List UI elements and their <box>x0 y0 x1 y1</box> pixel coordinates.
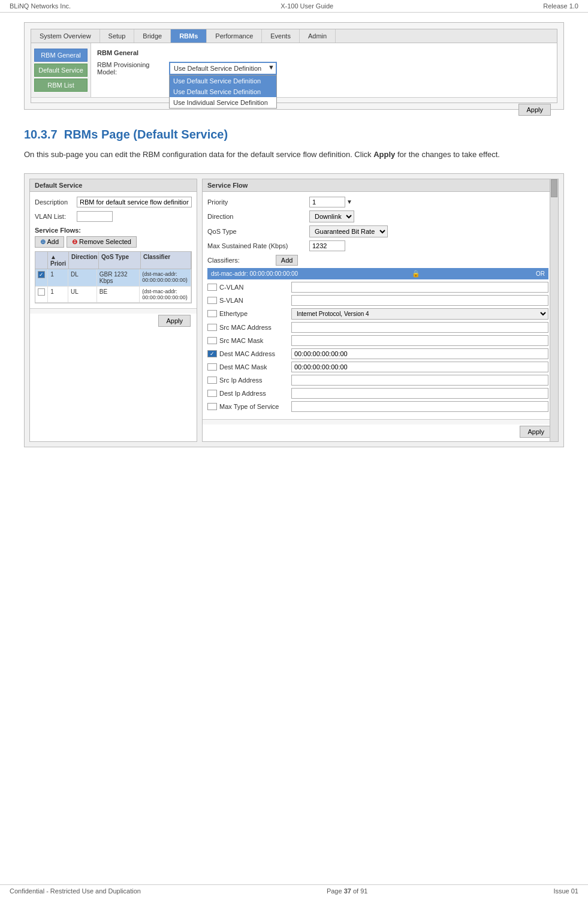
right-panel-title: Service Flow <box>203 179 558 192</box>
qos-type-select[interactable]: Guaranteed Bit Rate Best Effort <box>309 225 388 237</box>
priority-arrow[interactable]: ▼ <box>346 198 352 205</box>
nav-performance[interactable]: Performance <box>207 29 262 43</box>
ethertype-select[interactable]: Internet Protocol, Version 4 <box>291 308 548 320</box>
service-flows-table: ▲ Priori Direction QoS Type Classifier ✓… <box>35 251 192 303</box>
ui-box1: RBM General Default Service RBM List RBM… <box>31 43 557 103</box>
issue-label: Issue 01 <box>553 887 578 895</box>
cvlan-checkbox[interactable] <box>207 284 217 291</box>
dest-mac-input[interactable] <box>291 348 548 359</box>
vlan-input[interactable] <box>77 211 113 222</box>
table-row[interactable]: 1 UL BE (dst-mac-addr:00:00:00:00:00:00) <box>35 287 191 303</box>
left-panel-footer: Apply <box>30 308 197 314</box>
page-header: BLiNQ Networks Inc. X-100 User Guide Rel… <box>0 0 588 13</box>
sidebar-default-service[interactable]: Default Service <box>34 64 88 77</box>
svlan-checkbox[interactable] <box>207 297 217 304</box>
rbm-provisioning-row: RBM Provisioning Model: Use Default Serv… <box>97 61 551 76</box>
max-tos-input[interactable] <box>291 401 548 412</box>
src-mac-checkbox[interactable] <box>207 324 217 331</box>
service-flows-label: Service Flows: <box>35 227 192 234</box>
src-mac-mask-input[interactable] <box>291 335 548 346</box>
service-flows-buttons: ⊕ Add ⊖ Remove Selected <box>35 236 192 248</box>
minus-icon: ⊖ <box>72 238 77 245</box>
src-mac-input[interactable] <box>291 322 548 333</box>
right-panel: Service Flow Priority ▼ Direction Downli… <box>202 179 559 442</box>
priority-label: Priority <box>207 198 309 206</box>
max-rate-input[interactable] <box>309 240 345 251</box>
svlan-input[interactable] <box>291 295 548 306</box>
table-row[interactable]: ✓ 1 DL GBR 1232Kbps (dst-mac-addr:00:00:… <box>35 269 191 287</box>
dropdown-container: Use Default Service Definition ▼ Use Def… <box>169 62 277 75</box>
priority-input[interactable] <box>309 197 345 207</box>
ethertype-checkbox[interactable] <box>207 310 217 317</box>
svlan-label: S-VLAN <box>219 297 291 304</box>
right-panel-footer: Apply <box>203 419 558 425</box>
description-input[interactable] <box>77 197 192 207</box>
ethertype-row: Ethertype Internet Protocol, Version 4 <box>207 308 548 320</box>
dropdown-option-1[interactable]: Use Default Service Definition <box>170 76 276 86</box>
src-ip-input[interactable] <box>291 375 548 386</box>
dest-mac-checkbox[interactable]: ✓ <box>207 350 217 357</box>
qos-type-label: QoS Type <box>207 228 309 235</box>
add-flow-button[interactable]: ⊕ Add <box>35 236 64 248</box>
nav-setup[interactable]: Setup <box>100 29 135 43</box>
scrollbar-thumb[interactable] <box>551 179 557 197</box>
checkbox-2[interactable] <box>38 288 45 296</box>
row2-check[interactable] <box>35 287 48 302</box>
priority-row: Priority ▼ <box>207 197 548 207</box>
or-label: OR <box>536 270 545 277</box>
dropdown-option-2[interactable]: Use Default Service Definition <box>170 86 276 97</box>
dropdown-option-3[interactable]: Use Individual Service Definition <box>170 97 276 108</box>
dest-mac-row: ✓ Dest MAC Address <box>207 348 548 359</box>
src-mac-mask-row: Src MAC Mask <box>207 335 548 346</box>
sidebar-rbm-general[interactable]: RBM General <box>34 49 88 62</box>
src-ip-checkbox[interactable] <box>207 377 217 384</box>
src-mac-mask-label: Src MAC Mask <box>219 337 291 344</box>
row2-priority: 1 <box>48 287 68 302</box>
dest-ip-input[interactable] <box>291 388 548 399</box>
page-number: Page 37 of 91 <box>327 887 368 895</box>
apply-button-1[interactable]: Apply <box>518 104 551 116</box>
direction-select[interactable]: Downlink Uplink <box>309 210 354 222</box>
screenshot2-container: Default Service Description VLAN List: S… <box>24 173 564 447</box>
section-heading: 10.3.7 RBMs Page (Default Service) <box>24 128 564 142</box>
left-panel-body: Description VLAN List: Service Flows: ⊕ … <box>30 192 197 308</box>
cvlan-input[interactable] <box>291 282 548 293</box>
sidebar-rbm-list[interactable]: RBM List <box>34 79 88 92</box>
nav-events[interactable]: Events <box>262 29 300 43</box>
max-tos-row: Max Type of Service <box>207 401 548 412</box>
row2-direction: UL <box>68 287 97 302</box>
lock-icon: 🔒 <box>412 270 420 278</box>
apply-button-right[interactable]: Apply <box>520 426 552 438</box>
scrollbar[interactable] <box>550 179 558 441</box>
checkbox-1[interactable]: ✓ <box>38 271 45 278</box>
row1-direction: DL <box>68 269 97 286</box>
apply-button-left[interactable]: Apply <box>158 315 191 327</box>
row1-qos: GBR 1232Kbps <box>97 269 140 286</box>
sidebar: RBM General Default Service RBM List <box>31 43 91 97</box>
dropdown-list: Use Default Service Definition Use Defau… <box>169 75 277 109</box>
dest-mac-mask-input[interactable] <box>291 362 548 372</box>
nav-system-overview[interactable]: System Overview <box>31 29 100 43</box>
add-classifier-button[interactable]: Add <box>276 255 298 266</box>
provisioning-model-select[interactable]: Use Default Service Definition ▼ <box>169 62 277 75</box>
confidential-text: Confidential - Restricted Use and Duplic… <box>10 887 141 895</box>
th-classifier: Classifier <box>141 252 191 269</box>
src-ip-label: Src Ip Address <box>219 377 291 384</box>
max-tos-checkbox[interactable] <box>207 403 217 410</box>
th-priority: ▲ Priori <box>48 252 69 269</box>
screenshot1-bottom: Apply <box>31 97 557 103</box>
dest-mac-mask-checkbox[interactable] <box>207 363 217 371</box>
nav-admin[interactable]: Admin <box>300 29 336 43</box>
vlan-label: VLAN List: <box>35 213 77 220</box>
qos-type-row: QoS Type Guaranteed Bit Rate Best Effort <box>207 225 548 237</box>
nav-bridge[interactable]: Bridge <box>134 29 171 43</box>
src-mac-label: Src MAC Address <box>219 324 291 331</box>
row2-classifier: (dst-mac-addr:00:00:00:00:00:00) <box>140 287 191 302</box>
row1-check[interactable]: ✓ <box>35 269 48 286</box>
remove-flow-button[interactable]: ⊖ Remove Selected <box>67 236 137 248</box>
src-mac-mask-checkbox[interactable] <box>207 337 217 344</box>
dest-ip-checkbox[interactable] <box>207 390 217 397</box>
nav-rbms[interactable]: RBMs <box>171 29 207 43</box>
dropdown-arrow-icon: ▼ <box>268 64 275 71</box>
direction-row: Direction Downlink Uplink <box>207 210 548 222</box>
